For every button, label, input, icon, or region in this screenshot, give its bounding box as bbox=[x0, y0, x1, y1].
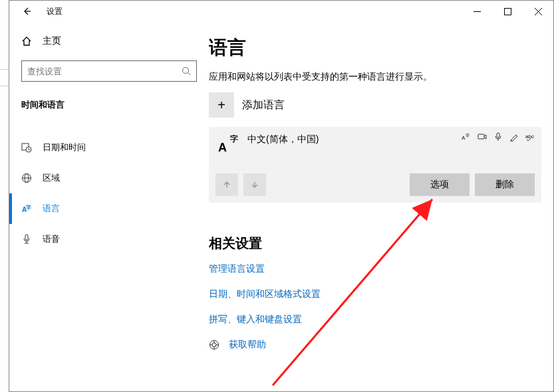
window-controls bbox=[462, 1, 553, 22]
minimize-button[interactable] bbox=[462, 1, 492, 22]
language-icon: A字 bbox=[21, 203, 32, 214]
search-input[interactable] bbox=[27, 66, 182, 76]
window-title: 设置 bbox=[47, 6, 63, 17]
language-card-header: 字A 中文(简体，中国) A字 abc bbox=[215, 132, 535, 157]
options-button[interactable]: 选项 bbox=[410, 173, 470, 196]
svg-line-6 bbox=[188, 73, 191, 76]
help-label: 获取帮助 bbox=[229, 339, 266, 351]
sidebar-item-speech[interactable]: 语音 bbox=[9, 224, 205, 254]
move-up-button[interactable] bbox=[215, 173, 238, 196]
svg-text:字: 字 bbox=[26, 204, 31, 211]
close-button[interactable] bbox=[523, 1, 553, 22]
move-down-button[interactable] bbox=[243, 173, 266, 196]
sidebar-item-language[interactable]: A字 语言 bbox=[9, 193, 205, 224]
svg-text:abc: abc bbox=[525, 134, 534, 140]
text-to-speech-icon bbox=[478, 132, 487, 142]
sidebar-item-label: 区域 bbox=[43, 172, 60, 184]
add-language-button[interactable]: + 添加语言 bbox=[209, 92, 541, 118]
get-help-link[interactable]: 获取帮助 bbox=[209, 339, 541, 351]
sidebar-item-datetime[interactable]: 日期和时间 bbox=[9, 132, 205, 163]
language-card[interactable]: 字A 中文(简体，中国) A字 abc 选项 bbox=[209, 127, 541, 203]
plus-icon: + bbox=[209, 92, 234, 118]
home-nav[interactable]: 主页 bbox=[13, 30, 205, 52]
svg-rect-21 bbox=[478, 134, 484, 139]
settings-window: 设置 主页 时间和语言 日期和时间 区域 bbox=[9, 0, 554, 392]
svg-rect-16 bbox=[25, 235, 28, 240]
handwriting-icon bbox=[509, 132, 519, 142]
language-card-actions: 选项 删除 bbox=[215, 173, 535, 196]
link-manage-language[interactable]: 管理语言设置 bbox=[209, 263, 541, 275]
svg-point-5 bbox=[183, 68, 189, 74]
link-spelling-typing[interactable]: 拼写、键入和键盘设置 bbox=[209, 314, 541, 326]
add-language-label: 添加语言 bbox=[242, 98, 285, 112]
maximize-button[interactable] bbox=[492, 1, 523, 22]
page-description: 应用和网站将以列表中受支持的第一种语言进行显示。 bbox=[209, 71, 541, 83]
microphone-icon bbox=[21, 234, 32, 245]
help-icon bbox=[209, 340, 219, 350]
sidebar: 主页 时间和语言 日期和时间 区域 A字 语言 语音 bbox=[9, 22, 209, 391]
remove-button[interactable]: 删除 bbox=[475, 173, 535, 196]
language-icon: 字A bbox=[215, 132, 241, 157]
home-label: 主页 bbox=[43, 35, 61, 47]
home-icon bbox=[21, 36, 32, 47]
sidebar-item-label: 语言 bbox=[43, 203, 60, 215]
search-icon bbox=[182, 66, 191, 76]
svg-rect-22 bbox=[497, 133, 499, 138]
sidebar-item-label: 日期和时间 bbox=[43, 142, 86, 153]
sidebar-category: 时间和语言 bbox=[13, 92, 205, 118]
calendar-clock-icon bbox=[21, 142, 32, 153]
svg-rect-2 bbox=[504, 8, 511, 15]
related-settings-title: 相关设置 bbox=[209, 235, 541, 252]
language-name: 中文(简体，中国) bbox=[247, 132, 319, 146]
left-window-edge bbox=[0, 69, 9, 86]
display-language-icon: A字 bbox=[462, 132, 471, 142]
sidebar-item-region[interactable]: 区域 bbox=[9, 163, 205, 193]
sidebar-item-label: 语音 bbox=[43, 233, 60, 245]
link-date-region-format[interactable]: 日期、时间和区域格式设置 bbox=[209, 288, 541, 300]
globe-icon bbox=[21, 173, 32, 183]
titlebar: 设置 bbox=[9, 1, 553, 22]
back-button[interactable] bbox=[20, 5, 33, 18]
page-title: 语言 bbox=[209, 35, 541, 60]
svg-point-27 bbox=[212, 343, 216, 347]
search-box[interactable] bbox=[21, 60, 197, 82]
spellcheck-icon: abc bbox=[525, 132, 535, 142]
svg-text:字: 字 bbox=[466, 133, 470, 138]
language-feature-icons: A字 abc bbox=[462, 132, 535, 142]
content-area: 语言 应用和网站将以列表中受支持的第一种语言进行显示。 + 添加语言 字A 中文… bbox=[209, 22, 553, 391]
window-body: 主页 时间和语言 日期和时间 区域 A字 语言 语音 bbox=[9, 22, 553, 391]
speech-icon bbox=[493, 132, 503, 142]
